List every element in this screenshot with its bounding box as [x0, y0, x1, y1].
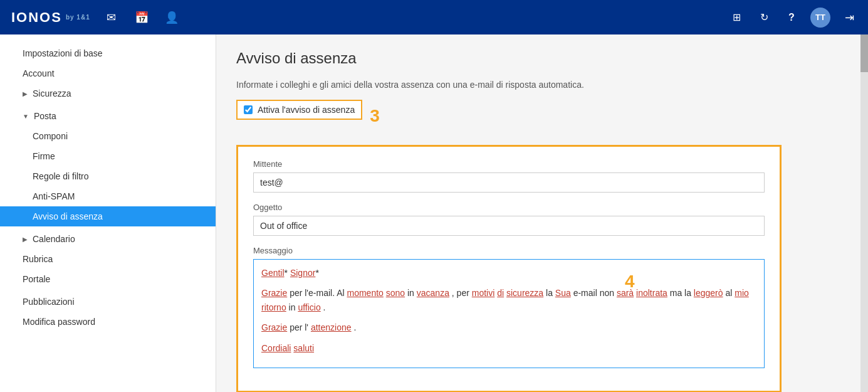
- sidebar-item-modifica[interactable]: Modifica password: [0, 312, 216, 332]
- sidebar-item-posta[interactable]: ▼ Posta: [0, 106, 216, 126]
- di-link[interactable]: di: [497, 288, 504, 298]
- sidebar-item-label: Regole di filtro: [33, 171, 89, 181]
- sidebar-item-sicurezza[interactable]: ▶ Sicurezza: [0, 83, 216, 103]
- mittente-input[interactable]: [253, 172, 765, 193]
- message-line-1: Gentil* Signor*: [261, 266, 756, 280]
- vacanza-link[interactable]: vacanza: [417, 288, 449, 298]
- form-container: Mittente Oggetto Messaggio Gentil* Signo…: [236, 145, 782, 392]
- checkbox-section: Attiva l'avviso di assenza 3: [236, 100, 840, 132]
- oggetto-input[interactable]: [253, 216, 765, 236]
- oggetto-label: Oggetto: [253, 203, 765, 212]
- sidebar-item-label: Calendario: [33, 234, 75, 244]
- scrollbar-thumb[interactable]: [860, 34, 868, 72]
- motivi-link[interactable]: motivi: [472, 288, 495, 298]
- sidebar-item-account[interactable]: Account: [0, 63, 216, 83]
- expand-icon: ▶: [23, 236, 28, 243]
- momento-link[interactable]: momento: [347, 288, 384, 298]
- sidebar-item-rubrica[interactable]: Rubrica: [0, 249, 216, 269]
- sicurezza-link[interactable]: sicurezza: [506, 288, 543, 298]
- refresh-icon[interactable]: ↻: [755, 11, 773, 23]
- expand-icon: ▶: [23, 90, 28, 97]
- mittente-group: Mittente: [253, 159, 765, 193]
- leggero-link[interactable]: leggerò: [694, 288, 723, 298]
- nav-left: IONOS by 1&1 ✉ 📅 👤: [10, 9, 180, 26]
- activate-checkbox-container: Attiva l'avviso di assenza: [236, 100, 362, 120]
- signor-link[interactable]: Signor: [290, 268, 315, 278]
- annotation-4: 4: [625, 272, 635, 292]
- inoltrata-link[interactable]: inoltrata: [636, 288, 667, 298]
- ritorno-link[interactable]: ritorno: [261, 302, 286, 312]
- sidebar-item-firme[interactable]: Firme: [0, 146, 216, 166]
- sidebar-item-portale[interactable]: Portale: [0, 269, 216, 289]
- logout-icon[interactable]: ⇥: [840, 11, 858, 24]
- sidebar-item-calendario[interactable]: ▶ Calendario: [0, 229, 216, 249]
- sidebar-item-label: Firme: [33, 151, 55, 161]
- sidebar-item-impostazioni[interactable]: Impostazioni di base: [0, 43, 216, 63]
- sidebar-item-label: Avviso di assenza: [33, 211, 103, 221]
- activate-checkbox-label[interactable]: Attiva l'avviso di assenza: [258, 105, 355, 115]
- sidebar-item-pubblicazioni[interactable]: Pubblicazioni: [0, 292, 216, 312]
- description-text: Informate i colleghi e gli amici della v…: [236, 80, 840, 90]
- sidebar-item-label: Posta: [34, 111, 56, 121]
- sidebar-item-label: Portale: [23, 274, 50, 284]
- sidebar-section-main: Impostazioni di base Account ▶ Sicurezza…: [0, 41, 216, 334]
- top-navigation: IONOS by 1&1 ✉ 📅 👤 ⊞ ↻ ? TT ⇥: [0, 0, 868, 34]
- message-line-3: Grazie per l' attenzione .: [261, 320, 756, 334]
- logo: IONOS by 1&1: [10, 9, 90, 26]
- sidebar-item-avviso[interactable]: Avviso di assenza: [0, 206, 216, 226]
- grazie-link[interactable]: Grazie: [261, 288, 287, 298]
- grazie2-link[interactable]: Grazie: [261, 322, 287, 332]
- sidebar-item-label: Modifica password: [23, 317, 95, 327]
- avatar[interactable]: TT: [810, 8, 830, 28]
- scrollbar[interactable]: [860, 34, 868, 392]
- annotation-3: 3: [370, 107, 380, 125]
- calendar-icon[interactable]: 📅: [133, 11, 150, 24]
- sidebar-item-label: Pubblicazioni: [23, 297, 75, 307]
- sidebar-item-regole[interactable]: Regole di filtro: [0, 166, 216, 186]
- sidebar-item-componi[interactable]: Componi: [0, 126, 216, 146]
- sidebar-item-antispam[interactable]: Anti-SPAM: [0, 186, 216, 206]
- cordiali-link[interactable]: Cordiali: [261, 343, 291, 353]
- main-layout: Impostazioni di base Account ▶ Sicurezza…: [0, 34, 868, 392]
- attenzione-link[interactable]: attenzione: [311, 322, 352, 332]
- help-icon[interactable]: ?: [783, 12, 800, 23]
- mittente-label: Mittente: [253, 159, 765, 169]
- form-wrapper: 4 Mittente Oggetto Messaggio: [236, 145, 840, 392]
- message-line-2: Grazie per l'e-mail. Al momento sono in …: [261, 286, 756, 314]
- sidebar-item-label: Anti-SPAM: [33, 191, 75, 201]
- sidebar-item-label: Rubrica: [23, 254, 53, 264]
- message-line-4: Cordiali saluti: [261, 341, 756, 355]
- sidebar: Impostazioni di base Account ▶ Sicurezza…: [0, 34, 216, 392]
- nav-right: ⊞ ↻ ? TT ⇥: [728, 8, 858, 28]
- messaggio-label: Messaggio: [253, 246, 765, 255]
- sidebar-item-label: Account: [23, 68, 55, 78]
- expand-icon: ▼: [23, 113, 29, 120]
- apps-icon[interactable]: ⊞: [728, 11, 745, 23]
- sua-link[interactable]: Sua: [555, 288, 571, 298]
- ufficio-link[interactable]: ufficio: [298, 302, 320, 312]
- messaggio-textarea[interactable]: Gentil* Signor* Grazie per l'e-mail. Al …: [253, 259, 765, 368]
- logo-sub: by 1&1: [66, 14, 90, 21]
- activate-checkbox[interactable]: [244, 105, 253, 114]
- saluti-link[interactable]: saluti: [293, 343, 314, 353]
- gentil-link[interactable]: Gentil: [261, 268, 285, 278]
- messaggio-group: Messaggio Gentil* Signor* Grazie per l'e…: [253, 246, 765, 368]
- main-content: Avviso di assenza Informate i colleghi e…: [216, 34, 860, 392]
- contacts-icon[interactable]: 👤: [163, 11, 180, 24]
- sono-link[interactable]: sono: [386, 288, 405, 298]
- sidebar-item-label: Impostazioni di base: [23, 48, 103, 58]
- sidebar-item-label: Componi: [33, 131, 68, 141]
- sidebar-item-label: Sicurezza: [33, 88, 71, 98]
- page-title: Avviso di assenza: [236, 50, 840, 67]
- mio-link[interactable]: mio: [735, 288, 749, 298]
- mail-icon[interactable]: ✉: [103, 11, 120, 24]
- oggetto-group: Oggetto: [253, 203, 765, 236]
